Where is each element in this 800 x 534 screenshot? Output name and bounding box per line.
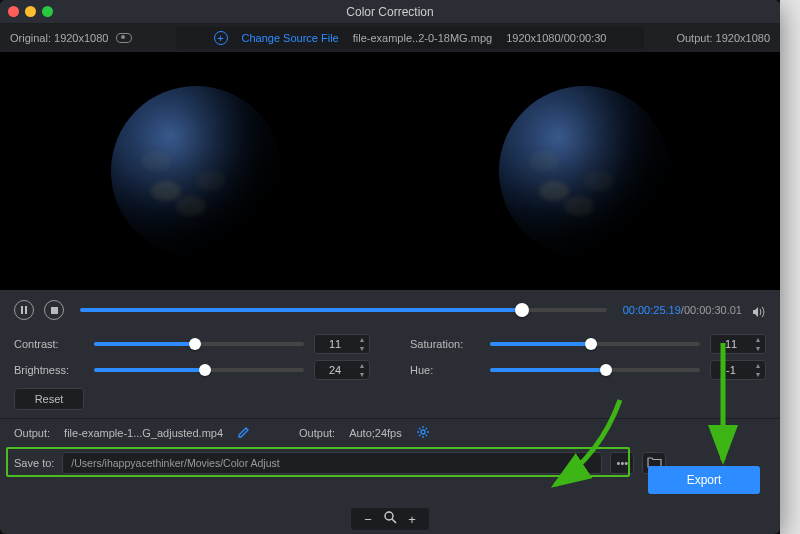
browse-path-button[interactable]: ••• <box>610 452 634 474</box>
time-duration: 00:00:30.01 <box>684 304 742 316</box>
save-to-label: Save to: <box>14 457 54 469</box>
adjustment-sliders: Contrast: 11▲▼ Saturation: 11▲▼ Brightne… <box>14 334 766 380</box>
contrast-label: Contrast: <box>14 338 84 350</box>
output-preset-label: Output: <box>299 427 335 439</box>
output-filename: file-example-1...G_adjusted.mp4 <box>64 427 223 439</box>
reset-button[interactable]: Reset <box>14 388 84 410</box>
output-settings-icon[interactable] <box>416 425 430 441</box>
volume-icon[interactable] <box>752 304 766 316</box>
preview-toggle-icon[interactable] <box>116 33 132 43</box>
saturation-row: Saturation: 11▲▼ <box>410 334 766 354</box>
timecode: 00:00:25.19/00:00:30.01 <box>623 304 742 316</box>
source-dims-duration: 1920x1080/00:00:30 <box>506 32 606 44</box>
svg-point-1 <box>385 512 393 520</box>
output-dims-label: Output: 1920x1080 <box>676 32 770 44</box>
brightness-row: Brightness: 24▲▼ <box>14 360 370 380</box>
preview-area <box>0 52 780 290</box>
maximize-window-button[interactable] <box>42 6 53 17</box>
change-source-link[interactable]: Change Source File <box>242 32 339 44</box>
seek-slider[interactable] <box>80 308 607 312</box>
contrast-step-down[interactable]: ▼ <box>355 344 369 353</box>
close-window-button[interactable] <box>8 6 19 17</box>
titlebar: Color Correction <box>0 0 780 24</box>
saturation-value-box[interactable]: 11▲▼ <box>710 334 766 354</box>
brightness-value-box[interactable]: 24▲▼ <box>314 360 370 380</box>
svg-line-2 <box>392 519 396 523</box>
plus-icon: + <box>214 31 228 45</box>
saturation-slider[interactable] <box>490 342 700 346</box>
output-preset-value: Auto;24fps <box>349 427 402 439</box>
contrast-value-box[interactable]: 11▲▼ <box>314 334 370 354</box>
save-path-field[interactable]: /Users/ihappyacethinker/Movies/Color Adj… <box>62 452 602 474</box>
transport-bar: 00:00:25.19/00:00:30.01 <box>14 300 766 320</box>
preview-original <box>4 56 388 286</box>
source-info-panel: + Change Source File file-example..2-0-1… <box>176 27 644 49</box>
hue-step-up[interactable]: ▲ <box>751 361 765 370</box>
window-controls <box>8 6 53 17</box>
saturation-step-down[interactable]: ▼ <box>751 344 765 353</box>
brightness-step-down[interactable]: ▼ <box>355 370 369 379</box>
original-dims-label: Original: 1920x1080 <box>10 32 108 44</box>
hue-slider[interactable] <box>490 368 700 372</box>
hue-step-down[interactable]: ▼ <box>751 370 765 379</box>
zoom-tool-icon[interactable] <box>383 511 397 527</box>
brightness-label: Brightness: <box>14 364 84 376</box>
brightness-step-up[interactable]: ▲ <box>355 361 369 370</box>
saturation-step-up[interactable]: ▲ <box>751 335 765 344</box>
color-correction-window: Color Correction Original: 1920x1080 + C… <box>0 0 780 534</box>
zoom-out-button[interactable]: − <box>361 512 375 527</box>
export-button[interactable]: Export <box>648 466 760 494</box>
background-page-fragment <box>780 0 800 534</box>
output-info-row: Output: file-example-1...G_adjusted.mp4 … <box>0 418 780 447</box>
zoom-toolbar: − + <box>351 508 429 530</box>
svg-point-0 <box>421 430 425 434</box>
source-filename: file-example..2-0-18MG.mpg <box>353 32 492 44</box>
edit-filename-icon[interactable] <box>237 425 251 441</box>
saturation-label: Saturation: <box>410 338 480 350</box>
minimize-window-button[interactable] <box>25 6 36 17</box>
contrast-slider[interactable] <box>94 342 304 346</box>
seek-handle[interactable] <box>515 303 529 317</box>
hue-value-box[interactable]: -1▲▼ <box>710 360 766 380</box>
pause-button[interactable] <box>14 300 34 320</box>
contrast-row: Contrast: 11▲▼ <box>14 334 370 354</box>
hue-label: Hue: <box>410 364 480 376</box>
contrast-step-up[interactable]: ▲ <box>355 335 369 344</box>
controls-panel: 00:00:25.19/00:00:30.01 Contrast: 11▲▼ S… <box>0 290 780 418</box>
brightness-slider[interactable] <box>94 368 304 372</box>
stop-button[interactable] <box>44 300 64 320</box>
infobar: Original: 1920x1080 + Change Source File… <box>0 24 780 52</box>
window-title: Color Correction <box>0 0 780 24</box>
zoom-in-button[interactable]: + <box>405 512 419 527</box>
preview-adjusted <box>392 56 776 286</box>
time-current: 00:00:25.19 <box>623 304 681 316</box>
hue-row: Hue: -1▲▼ <box>410 360 766 380</box>
output-label: Output: <box>14 427 50 439</box>
